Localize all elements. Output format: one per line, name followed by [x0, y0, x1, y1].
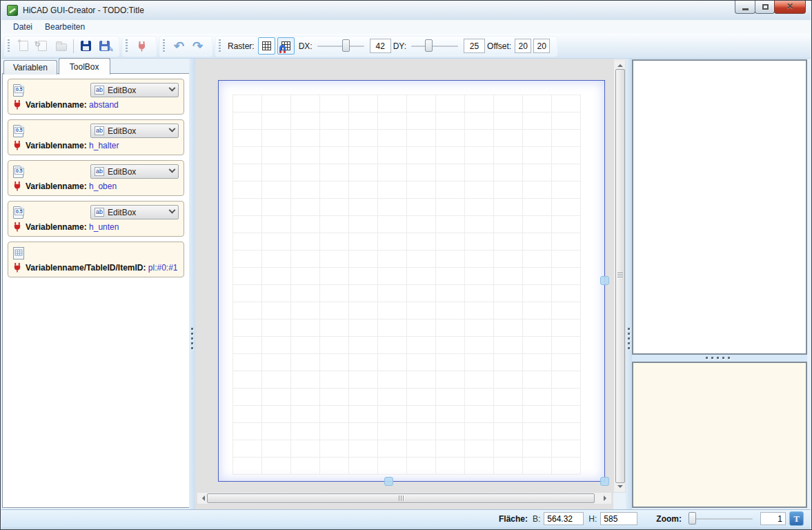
horizontal-scrollbar-thumb[interactable]: [207, 493, 595, 503]
grid-icon: [261, 41, 272, 51]
dx-slider[interactable]: [316, 39, 366, 53]
control-type-select[interactable]: ab EditBox: [90, 124, 179, 138]
zoom-slider-thumb[interactable]: [689, 512, 696, 524]
window-controls: ✕: [735, 1, 806, 14]
offset-label: Offset:: [487, 41, 511, 51]
plug-icon: [13, 181, 21, 191]
close-icon: ✕: [775, 1, 805, 11]
save-as-button[interactable]: ✎: [96, 37, 113, 55]
resize-handle-right[interactable]: [600, 276, 609, 285]
zoom-value-input[interactable]: [760, 512, 786, 525]
status-bar: Fläche: B: H: Zoom: T: [1, 509, 811, 527]
close-button[interactable]: ✕: [774, 1, 806, 14]
properties-panel[interactable]: [632, 362, 807, 508]
table-variable-value: pl:#0:#1: [148, 263, 178, 273]
variable-card-h_oben[interactable]: 0.5 ab EditBox Variablenname: h_oben: [8, 160, 184, 196]
connect-variable-button[interactable]: [133, 37, 150, 55]
scroll-left-icon[interactable]: [199, 495, 205, 501]
minimize-button[interactable]: [735, 1, 755, 14]
splitter-grip-icon: [706, 357, 733, 359]
redo-button[interactable]: ↷: [189, 37, 206, 55]
open-folder-icon: [56, 43, 67, 51]
new-file-icon: ✦: [19, 41, 28, 51]
title-bar[interactable]: HiCAD GUI-Creator - TODO:Title ✕: [1, 1, 811, 20]
dy-value-input[interactable]: [464, 39, 485, 53]
scroll-up-icon[interactable]: [617, 61, 623, 67]
plug-icon: [13, 222, 21, 232]
tab-variablen[interactable]: Variablen: [3, 60, 57, 75]
vertical-scrollbar[interactable]: [613, 59, 626, 493]
numeric-field-icon: 0.5: [13, 84, 23, 97]
height-input[interactable]: [600, 512, 637, 525]
toolbar-grip[interactable]: [219, 39, 221, 53]
plug-icon: [13, 140, 21, 150]
redo-icon: ↷: [192, 40, 203, 52]
horizontal-scrollbar[interactable]: [197, 492, 612, 504]
design-canvas-area[interactable]: [195, 59, 613, 509]
dx-value-input[interactable]: [370, 39, 391, 53]
toolbar-group-raster: Raster: DX:: [215, 36, 557, 57]
maximize-button[interactable]: [755, 1, 775, 14]
variable-card-abstand[interactable]: 0.5 ab EditBox Variablenname: abstand: [8, 79, 184, 115]
menu-bearbeiten[interactable]: Bearbeiten: [39, 21, 91, 33]
chevron-down-icon: [169, 207, 176, 214]
snap-to-grid-button[interactable]: [277, 37, 295, 55]
new-file-button[interactable]: ✦: [15, 37, 32, 55]
variable-name-value: h_unten: [89, 222, 119, 232]
table-variable-card[interactable]: Variablenname/TableID/ItemID: pl:#0:#1: [8, 242, 184, 277]
toolbar-grip[interactable]: [126, 39, 128, 53]
control-type-value: EditBox: [108, 208, 136, 217]
app-window: HiCAD GUI-Creator - TODO:Title ✕ Datei B…: [0, 0, 812, 530]
preview-panel[interactable]: [632, 59, 807, 355]
toolbar-group-file: ✦ ↻ ✎: [4, 36, 119, 57]
variable-name-value: abstand: [89, 100, 119, 110]
design-surface[interactable]: [218, 80, 605, 482]
h-label: H:: [588, 514, 597, 524]
tab-toolbox[interactable]: ToolBox: [59, 58, 110, 75]
chevron-down-icon: [169, 85, 176, 92]
raster-label: Raster:: [228, 41, 255, 51]
thumb-grip-icon: [617, 273, 623, 279]
toolbar-separator: [73, 39, 74, 53]
zoom-label: Zoom:: [656, 514, 682, 524]
variable-name-label: Variablenname:: [26, 100, 87, 110]
variable-card-h_unten[interactable]: 0.5 ab EditBox Variablenname: h_unten: [8, 201, 184, 237]
save-button[interactable]: [77, 37, 95, 55]
open-file-button[interactable]: [52, 37, 70, 55]
vertical-scrollbar-thumb[interactable]: [615, 69, 625, 483]
table-field-icon: [13, 247, 24, 259]
reload-button[interactable]: ↻: [34, 37, 51, 55]
dx-slider-thumb[interactable]: [342, 39, 350, 52]
show-grid-button[interactable]: [258, 37, 275, 55]
left-splitter[interactable]: [189, 59, 195, 509]
app-icon: [7, 5, 18, 16]
variable-card-h_halter[interactable]: 0.5 ab EditBox Variablenname: h_halter: [8, 119, 184, 155]
right-splitter[interactable]: [626, 59, 632, 509]
variable-name-value: h_halter: [89, 141, 119, 150]
zoom-slider[interactable]: [688, 511, 754, 526]
menu-bar: Datei Bearbeiten: [1, 20, 811, 34]
dy-slider[interactable]: [410, 39, 459, 53]
text-zoom-button[interactable]: T: [789, 511, 804, 526]
control-type-select[interactable]: ab EditBox: [90, 83, 179, 97]
resize-handle-bottom[interactable]: [384, 477, 393, 486]
dy-slider-thumb[interactable]: [425, 39, 433, 52]
maximize-icon: [762, 4, 769, 10]
editbox-icon: ab: [95, 126, 104, 135]
scroll-down-icon[interactable]: [617, 485, 623, 491]
toolbar-grip[interactable]: [8, 39, 10, 53]
splitter-grip-icon: [628, 328, 630, 352]
width-input[interactable]: [544, 512, 584, 525]
toolbar-group-connect: [122, 36, 157, 57]
control-type-select[interactable]: ab EditBox: [90, 164, 179, 179]
offset-x-input[interactable]: [515, 39, 531, 53]
offset-y-input[interactable]: [533, 39, 550, 53]
scroll-right-icon[interactable]: [604, 495, 609, 501]
resize-handle-corner[interactable]: [600, 477, 609, 486]
plug-icon: [137, 41, 146, 52]
control-type-select[interactable]: ab EditBox: [90, 205, 179, 219]
undo-button[interactable]: ↶: [170, 37, 188, 55]
menu-datei[interactable]: Datei: [7, 21, 39, 33]
toolbar-grip[interactable]: [163, 39, 165, 53]
right-panel-splitter[interactable]: [632, 355, 807, 362]
